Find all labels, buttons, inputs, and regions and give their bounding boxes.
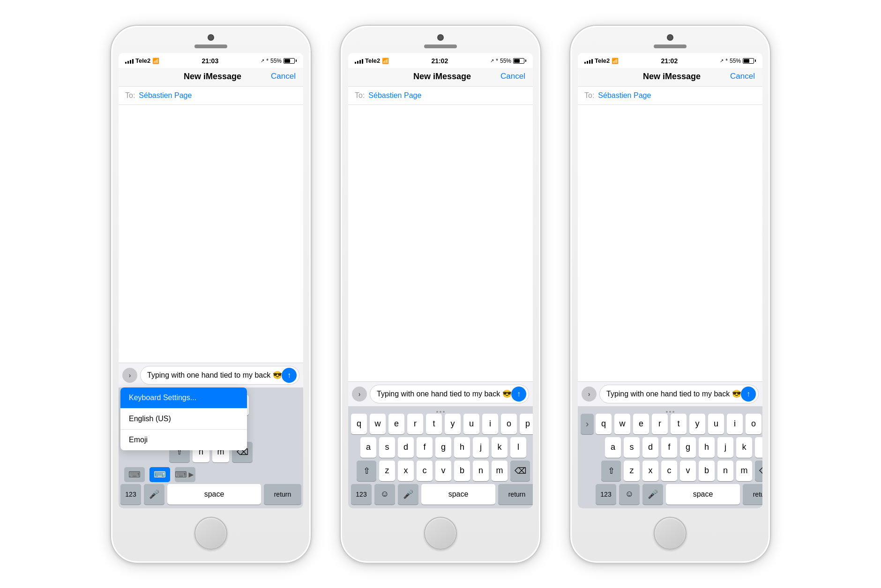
volume-down-button-2[interactable] [340,180,341,208]
key-n-3[interactable]: n [717,461,733,481]
expand-button-2[interactable]: › [352,387,367,402]
numbers-key[interactable]: 123 [120,484,141,505]
delete-2[interactable]: ⌫ [510,461,530,481]
key-h-2[interactable]: h [454,437,470,458]
message-input[interactable]: Typing with one hand tied to my back 😎 [140,366,299,385]
home-button-2[interactable] [424,517,457,550]
to-contact-3[interactable]: Sébastien Page [598,91,651,100]
right-arrow-key-3[interactable]: › [581,414,594,434]
shift-3[interactable]: ⇧ [601,461,621,481]
to-field-3[interactable]: To: Sébastien Page [578,87,762,105]
expand-button[interactable]: › [122,368,137,383]
dropdown-emoji[interactable]: Emoji [120,430,247,450]
keyboard-dropdown[interactable]: Keyboard Settings... English (US) Emoji [120,387,247,450]
cancel-button[interactable]: Cancel [271,72,296,81]
key-n-2[interactable]: n [473,461,489,481]
mic-key-3[interactable]: 🎤 [642,484,663,505]
space-key[interactable]: space [167,484,261,505]
keyboard-1[interactable]: Keyboard Settings... English (US) Emoji … [119,387,303,508]
return-key[interactable]: return [264,484,301,505]
key-o-2[interactable]: o [501,414,517,434]
key-r-3[interactable]: r [652,414,668,434]
shift-2[interactable]: ⇧ [357,461,376,481]
key-y-3[interactable]: y [689,414,705,434]
key-s-2[interactable]: s [379,437,395,458]
key-i-2[interactable]: i [482,414,498,434]
key-b-3[interactable]: b [699,461,715,481]
key-x-2[interactable]: x [398,461,414,481]
key-a-3[interactable]: a [605,437,621,458]
power-button-2[interactable] [540,138,541,176]
emoji-key-2[interactable]: ☺ [374,484,395,505]
return-key-3[interactable]: return [743,484,762,505]
key-b-2[interactable]: b [454,461,470,481]
send-button-2[interactable]: ↑ [511,387,526,402]
key-u-2[interactable]: u [463,414,479,434]
key-u-3[interactable]: u [708,414,724,434]
space-key-3[interactable]: space [666,484,740,505]
home-button-3[interactable] [654,517,687,550]
key-c-3[interactable]: c [661,461,677,481]
key-j-2[interactable]: j [473,437,489,458]
key-g-3[interactable]: g [680,437,696,458]
dropdown-english[interactable]: English (US) [120,409,247,430]
send-button-3[interactable]: ↑ [741,387,756,402]
key-l-2[interactable]: l [510,437,526,458]
switcher-icon-3[interactable]: ⌨► [175,467,195,482]
volume-up-button-3[interactable] [569,148,570,176]
mute-button-2[interactable] [340,119,341,138]
key-r-2[interactable]: r [407,414,423,434]
keyboard-3[interactable]: › q w e r t y u i o p [578,406,762,508]
keyboard-2[interactable]: q w e r t y u i o p a [348,406,533,508]
key-v-3[interactable]: v [680,461,696,481]
key-w-3[interactable]: w [614,414,630,434]
switcher-icon-2[interactable]: ⌨ [149,467,170,482]
key-d-2[interactable]: d [398,437,414,458]
to-contact[interactable]: Sébastien Page [139,91,192,100]
volume-up-button[interactable] [110,148,111,176]
cancel-button-2[interactable]: Cancel [500,72,525,81]
key-w-2[interactable]: w [370,414,386,434]
space-key-2[interactable]: space [421,484,495,505]
key-q-2[interactable]: q [351,414,367,434]
key-f-2[interactable]: f [417,437,433,458]
return-key-2[interactable]: return [498,484,533,505]
numbers-key-3[interactable]: 123 [596,484,616,505]
volume-up-button-2[interactable] [340,148,341,176]
key-a-2[interactable]: a [360,437,376,458]
key-e-2[interactable]: e [388,414,404,434]
to-contact-2[interactable]: Sébastien Page [368,91,421,100]
delete-3[interactable]: ⌫ [755,461,762,481]
volume-down-button[interactable] [110,180,111,208]
key-p-2[interactable]: p [520,414,533,434]
key-x-3[interactable]: x [642,461,658,481]
key-h-3[interactable]: h [699,437,715,458]
key-t-2[interactable]: t [426,414,442,434]
key-z-3[interactable]: z [624,461,640,481]
dropdown-keyboard-settings[interactable]: Keyboard Settings... [120,387,247,409]
send-button[interactable]: ↑ [282,368,297,383]
mute-button[interactable] [110,119,111,138]
key-i-3[interactable]: i [727,414,743,434]
key-k-3[interactable]: k [736,437,752,458]
key-z-2[interactable]: z [379,461,395,481]
key-f-3[interactable]: f [661,437,677,458]
key-v-2[interactable]: v [435,461,451,481]
to-field[interactable]: To: Sébastien Page [119,87,303,105]
message-input-3[interactable]: Typing with one hand tied to my back 😎 [599,385,759,403]
switcher-icon-1[interactable]: ⌨ [124,467,145,482]
home-button[interactable] [194,517,227,550]
key-e-3[interactable]: e [633,414,649,434]
expand-button-3[interactable]: › [582,387,597,402]
key-m-3[interactable]: m [736,461,752,481]
key-m-2[interactable]: m [492,461,508,481]
numbers-key-2[interactable]: 123 [351,484,372,505]
key-g-2[interactable]: g [435,437,451,458]
key-y-2[interactable]: y [445,414,461,434]
emoji-key-3[interactable]: ☺ [619,484,640,505]
key-s-3[interactable]: s [624,437,640,458]
to-field-2[interactable]: To: Sébastien Page [348,87,533,105]
mic-key-2[interactable]: 🎤 [398,484,418,505]
mic-key[interactable]: 🎤 [144,484,164,505]
power-button-3[interactable] [770,138,771,176]
